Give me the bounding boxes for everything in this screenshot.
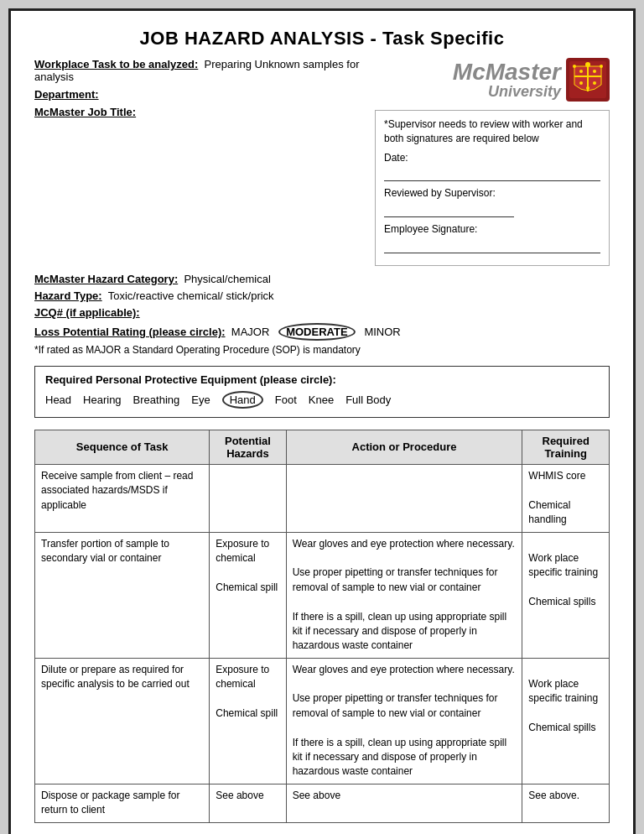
hazards-cell: Exposure to chemicalChemical spill [210, 532, 286, 658]
reviewed-label: Reviewed by Supervisor: [384, 187, 496, 199]
jcq-field: JCQ# (if applicable): [34, 306, 610, 319]
task-cell: Transfer portion of sample to secondary … [35, 532, 210, 658]
header-area: Workplace Task to be analyzed: Preparing… [34, 58, 610, 266]
employee-sig-label: Employee Signature: [384, 223, 477, 235]
svg-point-4 [585, 62, 590, 67]
hazard-type-value: Toxic/reactive chemical/ stick/prick [108, 289, 274, 302]
logo-mcmaster: McMaster [453, 60, 561, 84]
jcq-label: JCQ# (if applicable): [34, 306, 140, 319]
job-title-field: McMaster Job Title: [34, 106, 366, 118]
task-cell: Dispose or package sample for return to … [35, 784, 210, 822]
training-cell: See above. [522, 784, 610, 822]
date-field: Date: [384, 151, 600, 182]
loss-potential-field: Loss Potential Rating (please circle): M… [34, 323, 610, 341]
department-field: Department: [34, 88, 366, 101]
page: JOB HAZARD ANALYSIS - Task Specific Work… [8, 8, 636, 834]
hazard-type-label: Hazard Type: [34, 289, 102, 302]
hazards-cell: Exposure to chemicalChemical spill [210, 658, 286, 784]
ppe-hand: Hand [222, 391, 263, 409]
svg-point-10 [593, 81, 596, 85]
ppe-head: Head [45, 394, 71, 406]
loss-minor: MINOR [364, 326, 400, 338]
date-value[interactable] [384, 168, 600, 181]
hazards-cell [210, 464, 286, 532]
logo-area: McMaster University [453, 58, 610, 102]
ppe-box: Required Personal Protective Equipment (… [34, 366, 610, 418]
hazard-category-field: McMaster Hazard Category: Physical/chemi… [34, 273, 610, 285]
table-row: Receive sample from client – read associ… [35, 464, 610, 532]
date-label: Date: [384, 152, 408, 164]
department-label: Department: [34, 88, 99, 101]
table-row: Transfer portion of sample to secondary … [35, 532, 610, 658]
task-cell: Dilute or prepare as required for specif… [35, 658, 210, 784]
workplace-task-label: Workplace Task to be analyzed: [34, 58, 198, 70]
logo-text: McMaster University [453, 60, 561, 99]
ppe-hearing: Hearing [83, 394, 122, 406]
hazard-category-label: McMaster Hazard Category: [34, 273, 178, 285]
header-right: McMaster University [366, 58, 610, 266]
reviewed-field: Reviewed by Supervisor: [384, 186, 600, 217]
svg-point-6 [600, 65, 603, 68]
hazard-table: Sequence of Task Potential Hazards Actio… [34, 430, 610, 823]
action-cell: Wear gloves and eye protection where nec… [286, 532, 522, 658]
table-row: Dispose or package sample for return to … [35, 784, 610, 822]
supervisor-box: *Supervisor needs to review with worker … [375, 110, 610, 266]
svg-point-11 [586, 86, 589, 90]
table-row: Dilute or prepare as required for specif… [35, 658, 610, 784]
col-header-training: Required Training [522, 430, 610, 464]
action-cell [286, 464, 522, 532]
ppe-full-body: Full Body [345, 394, 391, 406]
ppe-foot: Foot [275, 394, 297, 406]
hazards-cell: See above [210, 784, 286, 822]
sop-note: *If rated as MAJOR a Standard Operating … [34, 344, 610, 356]
logo-crest [566, 58, 610, 102]
svg-point-5 [573, 65, 576, 68]
job-title-label: McMaster Job Title: [34, 106, 136, 118]
hazard-type-field: Hazard Type: Toxic/reactive chemical/ st… [34, 289, 610, 302]
reviewed-value[interactable] [384, 204, 514, 217]
page-title: JOB HAZARD ANALYSIS - Task Specific [34, 28, 610, 50]
workplace-task-field: Workplace Task to be analyzed: Preparing… [34, 58, 366, 83]
task-cell: Receive sample from client – read associ… [35, 464, 210, 532]
ppe-knee: Knee [309, 394, 334, 406]
ppe-title: Required Personal Protective Equipment (… [45, 373, 599, 386]
employee-sig-value[interactable] [384, 240, 600, 253]
logo-university: University [488, 84, 561, 99]
col-header-hazards: Potential Hazards [210, 430, 286, 464]
svg-point-7 [579, 70, 583, 73]
loss-major: MAJOR [231, 326, 270, 338]
svg-point-9 [579, 81, 583, 85]
loss-moderate: MODERATE [278, 323, 355, 341]
hazard-category-value: Physical/chemical [184, 273, 270, 285]
training-cell: Work place specific training Chemical sp… [522, 532, 610, 658]
col-header-action: Action or Procedure [286, 430, 522, 464]
action-cell: Wear gloves and eye protection where nec… [286, 658, 522, 784]
employee-sig-field: Employee Signature: [384, 222, 600, 253]
hazard-section: McMaster Hazard Category: Physical/chemi… [34, 273, 610, 356]
training-cell: WHMIS coreChemical handling [522, 464, 610, 532]
loss-potential-label: Loss Potential Rating (please circle): [34, 326, 226, 338]
ppe-breathing: Breathing [133, 394, 180, 406]
ppe-eye: Eye [191, 394, 210, 406]
header-info: Workplace Task to be analyzed: Preparing… [34, 58, 366, 266]
col-header-task: Sequence of Task [35, 430, 210, 464]
action-cell: See above [286, 784, 522, 822]
training-cell: Work place specific training Chemical sp… [522, 658, 610, 784]
table-header-row: Sequence of Task Potential Hazards Actio… [35, 430, 610, 464]
svg-point-8 [593, 70, 596, 73]
supervisor-note: *Supervisor needs to review with worker … [384, 117, 600, 146]
ppe-items: Head Hearing Breathing Eye Hand Foot Kne… [45, 391, 599, 409]
